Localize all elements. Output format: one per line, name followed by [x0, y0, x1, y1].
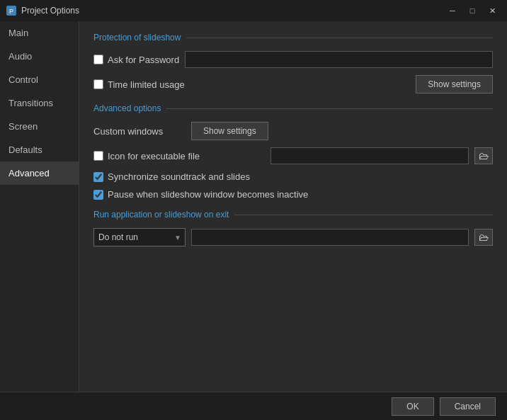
run-exit-row: Do not run Run application Run slideshow… [93, 228, 493, 246]
custom-windows-label: Custom windows [93, 126, 186, 137]
sidebar-item-control[interactable]: Control [0, 68, 79, 91]
icon-executable-label[interactable]: Icon for executable file [93, 151, 200, 161]
title-bar: P Project Options ─ □ ✕ [0, 0, 507, 21]
advanced-section-title: Advanced options [93, 103, 166, 113]
window-title: Project Options [21, 6, 443, 16]
svg-text:P: P [9, 8, 13, 15]
sync-soundtrack-checkbox[interactable] [93, 172, 103, 182]
run-exit-section-header: Run application or slideshow on exit [93, 210, 493, 220]
custom-windows-show-settings-button[interactable]: Show settings [191, 122, 268, 140]
sidebar-item-defaults[interactable]: Defaults [0, 138, 79, 161]
content-area: Protection of slideshow Ask for Password… [79, 21, 507, 392]
sidebar-item-main[interactable]: Main [0, 21, 79, 45]
maximize-button[interactable]: □ [463, 4, 482, 18]
custom-windows-row: Custom windows Show settings [93, 122, 493, 140]
sidebar-item-screen[interactable]: Screen [0, 115, 79, 138]
folder-icon-2: 🗁 [479, 232, 489, 243]
time-limited-label[interactable]: Time limited usage [93, 79, 185, 90]
run-exit-dropdown-wrapper: Do not run Run application Run slideshow… [93, 228, 186, 246]
run-exit-folder-button[interactable]: 🗁 [474, 229, 493, 246]
pause-inactive-label[interactable]: Pause when slideshow window becomes inac… [93, 189, 308, 200]
pause-inactive-checkbox[interactable] [93, 190, 103, 200]
advanced-section-header: Advanced options [93, 103, 493, 113]
time-limited-show-settings-button[interactable]: Show settings [416, 75, 493, 93]
ask-password-row: Ask for Password [93, 51, 493, 68]
sync-soundtrack-row: Synchronize soundtrack and slides [93, 171, 493, 182]
pause-inactive-row: Pause when slideshow window becomes inac… [93, 189, 493, 200]
run-exit-dropdown[interactable]: Do not run Run application Run slideshow [93, 228, 186, 246]
time-limited-checkbox[interactable] [93, 79, 103, 89]
folder-icon: 🗁 [479, 150, 489, 161]
advanced-section-line [166, 108, 493, 109]
app-icon: P [6, 5, 17, 16]
cancel-button[interactable]: Cancel [440, 397, 496, 416]
sync-soundtrack-label[interactable]: Synchronize soundtrack and slides [93, 171, 250, 182]
main-layout: Main Audio Control Transitions Screen De… [0, 21, 507, 392]
sidebar-item-advanced[interactable]: Advanced [0, 161, 79, 185]
protection-section-title: Protection of slideshow [93, 33, 186, 42]
run-exit-section-line [234, 215, 493, 215]
ask-password-input[interactable] [185, 51, 493, 68]
run-exit-section-title: Run application or slideshow on exit [93, 210, 234, 220]
icon-executable-input[interactable] [270, 147, 469, 164]
icon-executable-row: Icon for executable file 🗁 [93, 147, 493, 164]
ask-password-checkbox[interactable] [93, 55, 103, 64]
time-limited-row: Time limited usage Show settings [93, 75, 493, 93]
sidebar-item-transitions[interactable]: Transitions [0, 91, 79, 115]
ok-button[interactable]: OK [392, 397, 433, 416]
bottom-bar: OK Cancel [0, 392, 507, 420]
minimize-button[interactable]: ─ [443, 4, 462, 18]
close-button[interactable]: ✕ [483, 4, 501, 18]
window-controls: ─ □ ✕ [443, 4, 501, 18]
sidebar-item-audio[interactable]: Audio [0, 45, 79, 68]
run-exit-path-input[interactable] [191, 229, 469, 246]
protection-section-header: Protection of slideshow [93, 33, 493, 42]
ask-password-label[interactable]: Ask for Password [93, 55, 179, 65]
protection-section-line [186, 38, 493, 38]
icon-executable-folder-button[interactable]: 🗁 [474, 147, 493, 164]
icon-executable-checkbox[interactable] [93, 151, 103, 161]
sidebar: Main Audio Control Transitions Screen De… [0, 21, 79, 392]
